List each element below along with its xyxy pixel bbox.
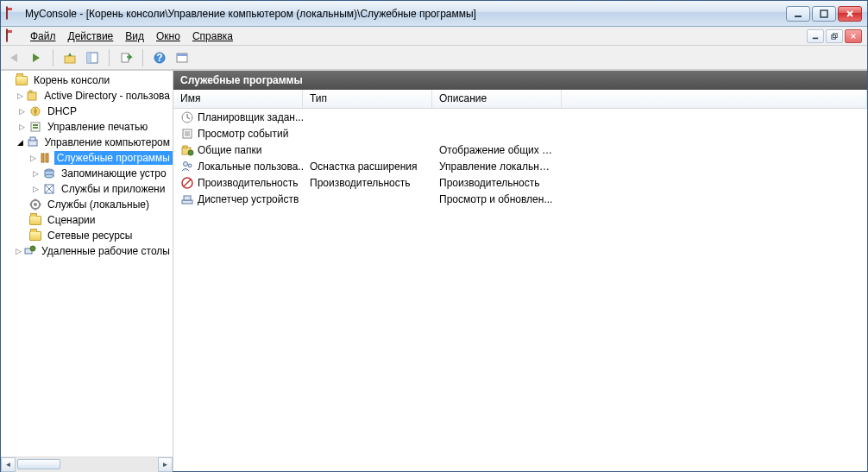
tree-view[interactable]: Корень консоли ▷Active Directory - польз… [1,71,173,456]
expand-toggle [15,198,28,211]
tree-item[interactable]: ▷Служебные программы [1,150,173,166]
expand-toggle[interactable]: ▷ [15,244,22,258]
row-icon [180,127,194,141]
row-icon [180,192,194,206]
export-button[interactable] [116,48,135,67]
list-pane-header: Служебные программы [173,71,867,90]
mmc-window: MyConsole - [Корень консоли\Управление к… [0,0,868,472]
tree-label: Корень консоли [31,73,112,87]
cell-name: Локальные пользова... [173,160,303,173]
menu-window[interactable]: Окно [151,28,186,44]
export-icon [119,51,133,65]
tree-item-label: Сценарии [45,213,97,227]
svg-point-49 [188,150,193,155]
nav-back-button[interactable] [4,48,23,67]
menu-help[interactable]: Справка [187,28,238,44]
tree-pane-icon [85,51,99,65]
cell-type: Производительность [303,177,432,189]
expand-toggle[interactable]: ▷ [15,104,28,118]
menu-file[interactable]: Файл [25,28,61,44]
maximize-button[interactable] [812,6,836,22]
show-hide-tree-button[interactable] [83,48,102,67]
mdi-minimize-button[interactable] [807,29,824,43]
scroll-right-button[interactable]: ► [158,457,173,472]
svg-point-39 [30,246,35,251]
col-header-desc[interactable]: Описание [432,90,562,108]
svg-point-30 [45,174,53,178]
list-row[interactable]: Планировщик задан... [173,109,867,125]
tree-horizontal-scrollbar[interactable]: ◄ ► [1,456,173,471]
svg-rect-54 [182,200,192,204]
tree-item-label: Управление печатью [45,120,150,134]
tree-item[interactable]: ◢Управление компьютером [1,135,173,150]
tree-item[interactable]: ▷Active Directory - пользова [1,88,173,104]
toolbar: ? [1,46,867,70]
scroll-left-button[interactable]: ◄ [1,457,16,472]
tree-item[interactable]: Сетевые ресурсы [1,228,173,243]
svg-rect-22 [33,124,38,126]
tree-item[interactable]: Сценарии [1,212,173,228]
tree-item[interactable]: Службы (локальные) [1,197,173,212]
tree-item[interactable]: ▷Запоминающие устро [1,166,173,181]
mdi-icon[interactable] [6,29,20,43]
arrow-right-icon [33,53,40,62]
new-window-button[interactable] [173,48,192,67]
close-button[interactable] [838,6,862,22]
col-header-type[interactable]: Тип [303,90,432,108]
list-row[interactable]: ПроизводительностьПроизводительностьПрои… [173,174,867,191]
scroll-track[interactable] [16,457,158,472]
mdi-close-button[interactable] [845,29,862,43]
titlebar[interactable]: MyConsole - [Корень консоли\Управление к… [1,1,867,27]
list-row[interactable]: Общие папкиОтображение общих п... [173,142,867,158]
svg-rect-26 [41,154,44,162]
tree-item-label: Службы и приложени [59,182,167,196]
list-row[interactable]: Просмотр событий [173,125,867,142]
cell-name: Диспетчер устройств [173,192,303,206]
expand-toggle[interactable]: ▷ [15,120,28,134]
col-header-spacer[interactable] [562,90,867,108]
expand-toggle [15,213,28,227]
help-button[interactable]: ? [150,48,169,67]
expand-toggle[interactable]: ◢ [15,135,26,149]
svg-rect-1 [821,10,827,17]
menu-action[interactable]: Действие [63,28,119,44]
tree-item[interactable]: ▷Управление печатью [1,119,173,135]
cell-name: Планировщик задан... [173,110,303,124]
col-header-name[interactable]: Имя [173,90,303,108]
window-icon [175,51,189,65]
svg-rect-19 [29,91,32,92]
svg-point-51 [188,164,192,167]
tree-root[interactable]: Корень консоли [1,72,173,88]
tree-item[interactable]: ▷Службы и приложени [1,181,173,197]
folder-icon [15,73,28,87]
cell-name: Просмотр событий [173,127,303,141]
up-button[interactable] [60,48,79,67]
tree-item[interactable]: ▷Удаленные рабочие столы [1,243,173,259]
menu-view[interactable]: Вид [120,28,149,44]
minimize-button[interactable] [786,6,810,22]
list-row[interactable]: Диспетчер устройствПросмотр и обновлен..… [173,191,867,207]
expand-toggle[interactable]: ▷ [15,89,25,103]
expand-toggle[interactable] [1,73,15,87]
row-icon [180,143,194,157]
expand-toggle[interactable]: ▷ [28,167,42,180]
cell-desc: Отображение общих п... [432,144,562,156]
cell-type: Оснастка расширения [303,160,432,173]
svg-rect-9 [65,56,75,63]
list-row[interactable]: Локальные пользова...Оснастка расширения… [173,158,867,174]
tree-item-icon [22,244,36,258]
tree-item-icon [28,213,42,227]
scroll-thumb[interactable] [17,459,60,469]
arrow-left-icon [10,53,17,62]
list-body[interactable]: Планировщик задан...Просмотр событийОбщи… [173,109,867,471]
tree-item-icon [42,167,56,180]
mdi-restore-button[interactable] [826,29,843,43]
list-column-header: Имя Тип Описание [173,90,867,109]
svg-rect-55 [184,196,191,200]
toolbar-separator [109,49,110,66]
tree-item-icon [28,229,42,242]
expand-toggle[interactable]: ▷ [28,151,38,165]
nav-forward-button[interactable] [27,48,46,67]
expand-toggle[interactable]: ▷ [28,182,42,196]
tree-item[interactable]: ▷DHCP [1,104,173,119]
